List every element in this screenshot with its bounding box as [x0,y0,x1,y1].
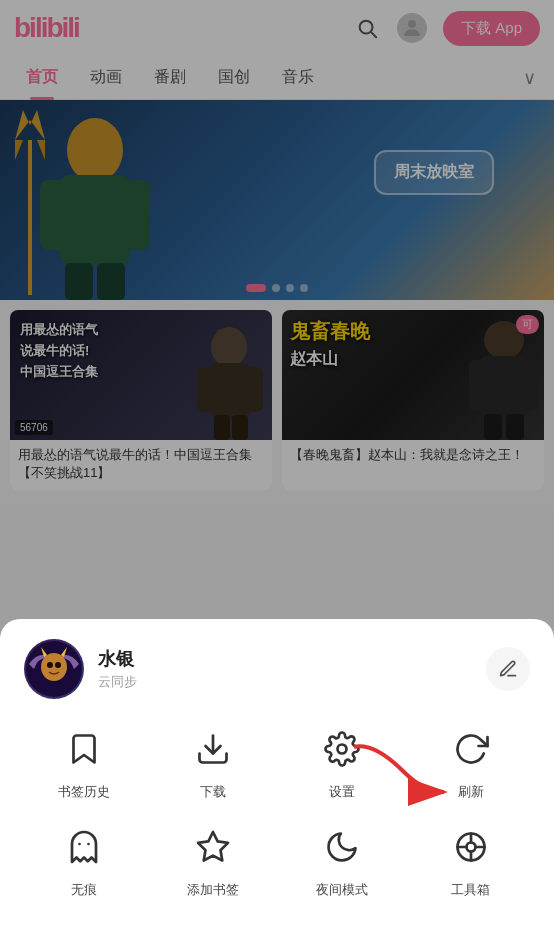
svg-marker-31 [198,832,228,861]
ghost-icon [58,821,110,873]
menu-label-bookmark: 书签历史 [58,783,110,801]
user-name: 水银 [98,647,486,671]
menu-label-toolbox: 工具箱 [451,881,490,899]
menu-item-toolbox[interactable]: 工具箱 [411,821,530,899]
user-sync: 云同步 [98,673,486,691]
menu-item-settings[interactable]: 设置 [282,723,401,801]
menu-label-settings: 设置 [329,783,355,801]
menu-item-bookmark[interactable]: 书签历史 [24,723,143,801]
menu-label-download: 下载 [200,783,226,801]
menu-item-add-bookmark[interactable]: 添加书签 [153,821,272,899]
bottom-sheet: 水银 云同步 书签历史 [0,619,554,929]
menu-item-night-mode[interactable]: 夜间模式 [282,821,401,899]
user-avatar [24,639,84,699]
menu-item-download[interactable]: 下载 [153,723,272,801]
edit-profile-button[interactable] [486,647,530,691]
toolbox-icon [445,821,497,873]
menu-label-ghost: 无痕 [71,881,97,899]
star-icon [187,821,239,873]
menu-grid: 书签历史 下载 设置 [24,723,530,899]
menu-label-refresh: 刷新 [458,783,484,801]
svg-point-26 [41,653,67,681]
moon-icon [316,821,368,873]
settings-icon [316,723,368,775]
refresh-icon [445,723,497,775]
menu-item-ghost[interactable]: 无痕 [24,821,143,899]
user-row: 水银 云同步 [24,639,530,699]
svg-point-28 [55,662,61,668]
bookmark-icon [58,723,110,775]
download-icon [187,723,239,775]
user-info: 水银 云同步 [98,647,486,691]
menu-label-add-bookmark: 添加书签 [187,881,239,899]
menu-item-refresh[interactable]: 刷新 [411,723,530,801]
svg-point-27 [47,662,53,668]
menu-label-night-mode: 夜间模式 [316,881,368,899]
svg-point-30 [337,745,346,754]
